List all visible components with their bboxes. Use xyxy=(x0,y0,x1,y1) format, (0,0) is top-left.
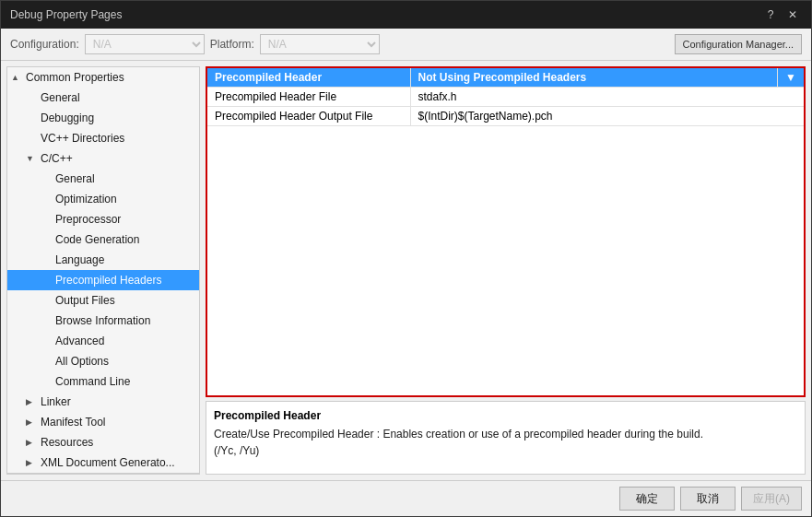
description-title: Precompiled Header xyxy=(214,409,797,422)
sidebar-label-linker: Linker xyxy=(41,394,71,410)
sidebar-label-general: General xyxy=(41,89,80,106)
footer: 确定 取消 应用(A) xyxy=(1,480,811,516)
sidebar-label-code-gen: Code Generation xyxy=(55,231,139,248)
sidebar-item-debugging[interactable]: Debugging xyxy=(7,108,199,128)
sidebar-label-xml-doc-gen: XML Document Generato... xyxy=(41,454,175,471)
config-bar: Configuration: N/A Platform: N/A Configu… xyxy=(1,29,811,61)
sidebar: ▲Common PropertiesGeneralDebuggingVC++ D… xyxy=(6,66,200,475)
property-value-precompiled-header: Not Using Precompiled Headers xyxy=(410,68,778,88)
property-row-precompiled-header[interactable]: Precompiled HeaderNot Using Precompiled … xyxy=(207,68,804,88)
sidebar-item-cpp[interactable]: ▼C/C++ xyxy=(7,148,199,169)
config-label: Configuration: xyxy=(10,38,79,51)
sidebar-label-browse-info: Browse Information xyxy=(55,312,150,329)
config-manager-button[interactable]: Configuration Manager... xyxy=(675,34,802,54)
platform-select[interactable]: N/A xyxy=(260,34,380,54)
property-row-precompiled-header-output[interactable]: Precompiled Header Output File$(IntDir)$… xyxy=(207,107,804,126)
title-bar-controls: ? ✕ xyxy=(761,6,802,24)
sidebar-label-precompiled-headers: Precompiled Headers xyxy=(55,272,161,288)
sidebar-item-all-options[interactable]: All Options xyxy=(7,351,199,371)
title-bar: Debug Property Pages ? ✕ xyxy=(1,1,811,29)
sidebar-label-vc-dirs: VC++ Directories xyxy=(41,130,124,147)
apply-button[interactable]: 应用(A) xyxy=(741,487,802,511)
sidebar-label-command-line: Command Line xyxy=(55,373,130,390)
sidebar-scrollbar-area: ◀ ▶ xyxy=(7,473,199,475)
dialog: Debug Property Pages ? ✕ Configuration: … xyxy=(0,0,812,517)
property-value-precompiled-header-output: $(IntDir)$(TargetName).pch xyxy=(410,107,778,126)
sidebar-label-cpp: C/C++ xyxy=(41,150,73,167)
description-text: Create/Use Precompiled Header : Enables … xyxy=(214,426,797,459)
sidebar-label-manifest-tool: Manifest Tool xyxy=(41,414,105,430)
property-name-precompiled-header-output: Precompiled Header Output File xyxy=(207,107,410,126)
help-button[interactable]: ? xyxy=(761,6,780,24)
sidebar-label-cpp-general: General xyxy=(55,170,95,187)
sidebar-label-output-files: Output Files xyxy=(55,292,115,309)
platform-label: Platform: xyxy=(210,38,254,51)
sidebar-label-common-props: Common Properties xyxy=(26,69,124,86)
sidebar-item-preprocessor[interactable]: Preprocessor xyxy=(7,209,199,229)
sidebar-item-output-files[interactable]: Output Files xyxy=(7,290,199,311)
sidebar-label-debugging: Debugging xyxy=(41,110,94,126)
sidebar-item-language[interactable]: Language xyxy=(7,250,199,270)
sidebar-item-cpp-general[interactable]: General xyxy=(7,169,199,189)
sidebar-label-advanced: Advanced xyxy=(55,333,104,349)
sidebar-item-advanced[interactable]: Advanced xyxy=(7,331,199,351)
tree-expander-xml-doc-gen: ▶ xyxy=(26,454,41,471)
sidebar-item-manifest-tool[interactable]: ▶Manifest Tool xyxy=(7,412,199,432)
config-select[interactable]: N/A xyxy=(85,34,205,54)
sidebar-item-browse-info[interactable]: Browse Information xyxy=(7,311,199,331)
sidebar-item-precompiled-headers[interactable]: Precompiled Headers xyxy=(7,270,199,290)
property-row-precompiled-header-file[interactable]: Precompiled Header Filestdafx.h xyxy=(207,88,804,107)
description-panel: Precompiled Header Create/Use Precompile… xyxy=(206,401,806,475)
sidebar-item-resources[interactable]: ▶Resources xyxy=(7,432,199,452)
sidebar-tree: ▲Common PropertiesGeneralDebuggingVC++ D… xyxy=(7,67,199,473)
sidebar-label-preprocessor: Preprocessor xyxy=(55,211,121,228)
close-button[interactable]: ✕ xyxy=(783,6,802,24)
sidebar-label-language: Language xyxy=(55,252,104,268)
tree-expander-common-props: ▲ xyxy=(11,69,26,86)
sidebar-item-vc-dirs[interactable]: VC++ Directories xyxy=(7,128,199,148)
sidebar-item-common-props[interactable]: ▲Common Properties xyxy=(7,67,199,88)
sidebar-item-xml-doc-gen[interactable]: ▶XML Document Generato... xyxy=(7,452,199,473)
properties-table: Precompiled HeaderNot Using Precompiled … xyxy=(207,68,804,126)
sidebar-item-command-line[interactable]: Command Line xyxy=(7,371,199,392)
sidebar-label-resources: Resources xyxy=(41,434,93,451)
content-panel: Precompiled HeaderNot Using Precompiled … xyxy=(206,66,806,475)
sidebar-label-all-options: All Options xyxy=(55,353,109,370)
sidebar-item-linker[interactable]: ▶Linker xyxy=(7,392,199,412)
tree-expander-cpp: ▼ xyxy=(26,150,41,167)
sidebar-label-optimization: Optimization xyxy=(55,191,117,207)
property-value-precompiled-header-file: stdafx.h xyxy=(410,88,778,107)
property-name-precompiled-header-file: Precompiled Header File xyxy=(207,88,410,107)
dialog-title: Debug Property Pages xyxy=(10,8,122,21)
sidebar-item-code-gen[interactable]: Code Generation xyxy=(7,229,199,250)
sidebar-item-general[interactable]: General xyxy=(7,88,199,108)
properties-table-wrapper: Precompiled HeaderNot Using Precompiled … xyxy=(206,66,806,397)
tree-expander-linker: ▶ xyxy=(26,394,41,410)
property-dropdown-precompiled-header[interactable]: ▼ xyxy=(778,68,804,88)
cancel-button[interactable]: 取消 xyxy=(680,487,736,511)
tree-expander-manifest-tool: ▶ xyxy=(26,414,41,430)
property-name-precompiled-header: Precompiled Header xyxy=(207,68,410,88)
sidebar-item-optimization[interactable]: Optimization xyxy=(7,189,199,209)
main-area: ▲Common PropertiesGeneralDebuggingVC++ D… xyxy=(1,61,811,480)
tree-expander-resources: ▶ xyxy=(26,434,41,451)
ok-button[interactable]: 确定 xyxy=(619,487,675,511)
